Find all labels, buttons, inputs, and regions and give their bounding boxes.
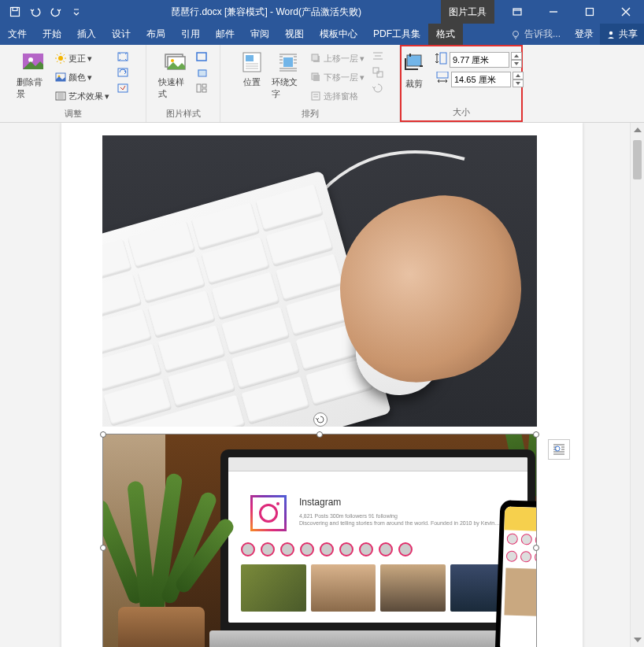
tab-insert[interactable]: 插入 <box>69 24 104 45</box>
resize-handle-n[interactable] <box>316 431 323 438</box>
height-control <box>435 51 524 68</box>
layout-options-button[interactable] <box>548 439 570 460</box>
scroll-up-button[interactable] <box>631 123 644 137</box>
tab-file[interactable]: 文件 <box>0 24 35 45</box>
svg-rect-36 <box>437 72 448 78</box>
artistic-effects-button[interactable]: 艺术效果▾ <box>53 87 113 105</box>
document-area[interactable]: Instagram 4,821 Posts 300m followers 91 … <box>0 123 630 647</box>
document-title: 琵琶行.docx [兼容模式] - Word(产品激活失败) <box>91 6 441 19</box>
tab-review[interactable]: 审阅 <box>242 24 277 45</box>
compress-pictures-button[interactable] <box>116 50 130 64</box>
svg-rect-26 <box>283 57 293 67</box>
tell-me-search[interactable]: 告诉我... <box>502 28 568 41</box>
vertical-scrollbar[interactable] <box>630 123 644 647</box>
tab-pdftools[interactable]: PDF工具集 <box>365 24 428 45</box>
width-input[interactable] <box>451 72 511 87</box>
svg-point-4 <box>513 31 518 36</box>
svg-rect-25 <box>246 55 254 61</box>
quick-styles-button[interactable]: 快速样式 <box>157 48 193 102</box>
group-objects-button[interactable] <box>371 65 385 79</box>
btn-label: 环绕文字 <box>272 76 305 100</box>
tab-format[interactable]: 格式 <box>428 24 463 45</box>
align-button[interactable] <box>371 50 385 64</box>
crop-icon <box>402 51 427 76</box>
resize-handle-w[interactable] <box>100 545 106 551</box>
share-button[interactable]: 共享 <box>600 24 644 45</box>
svg-rect-2 <box>513 9 521 15</box>
login-button[interactable]: 登录 <box>568 28 600 41</box>
tab-home[interactable]: 开始 <box>35 24 69 45</box>
remove-background-button[interactable]: 删除背景 <box>15 48 51 102</box>
btn-label: 下移一层 <box>324 72 358 83</box>
save-button[interactable] <box>6 3 24 20</box>
svg-rect-33 <box>377 72 383 77</box>
btn-label: 上移一层 <box>324 53 358 65</box>
svg-rect-35 <box>440 53 446 64</box>
width-down[interactable] <box>513 79 524 87</box>
selection-pane-icon <box>309 90 322 102</box>
picture-border-button[interactable] <box>194 50 209 64</box>
resize-handle-e[interactable] <box>533 545 539 551</box>
ribbon-options-button[interactable] <box>499 0 535 24</box>
contextual-tab-label: 图片工具 <box>441 0 494 24</box>
title-bar: 琵琶行.docx [兼容模式] - Word(产品激活失败) 图片工具 <box>0 0 644 24</box>
height-up[interactable] <box>511 52 522 60</box>
selection-pane-button[interactable]: 选择窗格 <box>308 87 368 105</box>
tab-design[interactable]: 设计 <box>104 24 139 45</box>
picture-layout-button[interactable] <box>194 81 209 95</box>
svg-point-17 <box>171 59 174 62</box>
resize-handle-nw[interactable] <box>100 431 106 438</box>
svg-rect-3 <box>587 9 594 16</box>
profile-desc: Discovering and telling stories from aro… <box>299 520 499 526</box>
height-down[interactable] <box>511 60 522 68</box>
rotate-button[interactable] <box>371 81 385 95</box>
embedded-image-1[interactable] <box>102 135 537 427</box>
quick-access-toolbar <box>0 3 91 20</box>
tab-references[interactable]: 引用 <box>173 24 208 45</box>
maximize-button[interactable] <box>572 0 608 24</box>
tab-view[interactable]: 视图 <box>277 24 312 45</box>
rotation-handle[interactable] <box>313 412 328 427</box>
scroll-down-button[interactable] <box>631 633 644 647</box>
wrap-text-button[interactable]: 环绕文字 <box>270 48 306 102</box>
color-button[interactable]: 颜色▾ <box>53 68 113 86</box>
svg-point-8 <box>58 56 63 61</box>
send-backward-icon <box>309 71 322 83</box>
bring-forward-button[interactable]: 上移一层▾ <box>308 50 368 67</box>
scroll-thumb[interactable] <box>633 140 642 179</box>
position-button[interactable]: 位置 <box>234 48 270 90</box>
undo-button[interactable] <box>27 3 44 20</box>
crop-button[interactable]: 裁剪 <box>396 50 432 91</box>
minimize-button[interactable] <box>535 0 572 24</box>
corrections-button[interactable]: 更正▾ <box>53 50 113 67</box>
tab-layout[interactable]: 布局 <box>139 24 173 45</box>
height-icon <box>435 51 448 68</box>
close-button[interactable] <box>608 0 644 24</box>
group-label: 大小 <box>402 105 521 120</box>
person-icon <box>606 30 616 39</box>
svg-rect-32 <box>373 68 379 73</box>
width-control <box>435 72 524 87</box>
resize-handle-ne[interactable] <box>533 431 539 438</box>
group-label: 图片样式 <box>146 106 220 122</box>
change-picture-button[interactable] <box>116 65 130 79</box>
width-up[interactable] <box>513 72 524 79</box>
redo-button[interactable] <box>47 3 65 20</box>
picture-effects-button[interactable] <box>194 65 209 79</box>
height-input[interactable] <box>450 52 509 68</box>
qat-dropdown[interactable] <box>68 3 85 20</box>
remove-bg-label: 删除背景 <box>17 76 50 100</box>
position-icon <box>239 50 265 75</box>
ribbon-tabs: 文件 开始 插入 设计 布局 引用 邮件 审阅 视图 模板中心 PDF工具集 格… <box>0 24 644 45</box>
page: Instagram 4,821 Posts 300m followers 91 … <box>61 123 583 647</box>
tab-template[interactable]: 模板中心 <box>312 24 365 45</box>
svg-rect-31 <box>312 92 320 100</box>
wrap-icon <box>276 50 301 75</box>
send-backward-button[interactable]: 下移一层▾ <box>308 68 368 86</box>
svg-rect-23 <box>202 89 206 92</box>
embedded-image-2[interactable]: Instagram 4,821 Posts 300m followers 91 … <box>102 434 537 647</box>
width-icon <box>435 72 450 87</box>
svg-rect-34 <box>407 55 421 66</box>
reset-picture-button[interactable] <box>116 81 130 95</box>
tab-mailings[interactable]: 邮件 <box>208 24 242 45</box>
